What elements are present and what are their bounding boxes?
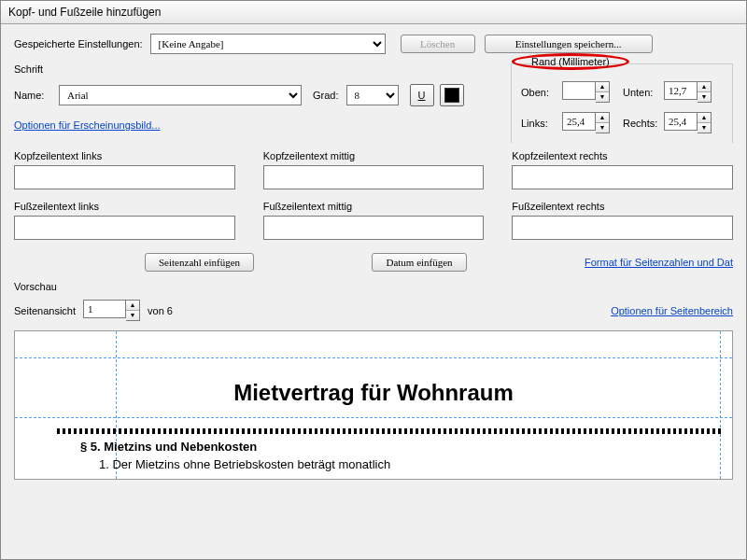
footer-right-input[interactable] xyxy=(512,216,733,240)
margin-top-spinner[interactable]: ▲▼ xyxy=(562,81,610,103)
margin-top-label: Oben: xyxy=(521,87,557,98)
margin-left-label: Links: xyxy=(521,118,557,129)
chevron-up-icon: ▲ xyxy=(596,82,609,92)
footer-center-label: Fußzeilentext mittig xyxy=(263,201,485,212)
header-center-label: Kopfzeilentext mittig xyxy=(263,150,485,161)
saved-settings-select[interactable]: [Keine Angabe] xyxy=(150,34,386,54)
font-size-label: Grad: xyxy=(313,90,339,101)
delete-button[interactable]: Löschen xyxy=(401,35,475,53)
insert-page-number-button[interactable]: Seitenzahl einfügen xyxy=(145,253,254,272)
doc-line: 1. Der Mietzins ohne Betriebskosten betr… xyxy=(99,457,721,471)
page-of-label: von 6 xyxy=(148,305,173,316)
header-right-label: Kopfzeilentext rechts xyxy=(512,150,733,161)
page-number-format-link[interactable]: Format für Seitenzahlen und Dat xyxy=(585,257,733,268)
footer-left-input[interactable] xyxy=(14,216,235,240)
footer-center-input[interactable] xyxy=(263,216,485,240)
footer-right-label: Fußzeilentext rechts xyxy=(512,201,733,212)
divider-icon xyxy=(57,428,721,434)
insert-date-button[interactable]: Datum einfügen xyxy=(372,253,466,272)
doc-section: § 5. Mietzins und Nebenkosten xyxy=(80,440,257,454)
saved-settings-label: Gespeicherte Einstellungen: xyxy=(14,38,143,49)
page-view-label: Seitenansicht xyxy=(14,305,76,316)
dialog-window: Kopf- und Fußzeile hinzufügen Gespeicher… xyxy=(0,0,747,560)
margin-left-spinner[interactable]: ▲▼ xyxy=(562,112,610,133)
color-swatch-icon xyxy=(444,88,459,103)
appearance-options-link[interactable]: Optionen für Erscheinungsbild... xyxy=(14,119,161,131)
doc-title: Mietvertrag für Wohnraum xyxy=(15,380,732,406)
font-size-select[interactable]: 8 xyxy=(346,85,399,105)
underline-button[interactable]: U xyxy=(410,84,434,106)
highlight-ellipse: Rand (Millimeter) xyxy=(512,53,629,70)
preview-pane: Mietvertrag für Wohnraum § 5. Mietzins u… xyxy=(14,330,733,480)
font-legend: Schrift xyxy=(14,63,500,75)
header-right-input[interactable] xyxy=(512,165,733,189)
page-view-spinner[interactable]: ▲▼ xyxy=(83,300,140,321)
header-center-input[interactable] xyxy=(263,165,485,189)
margins-legend: Rand (Millimeter) xyxy=(531,56,610,67)
font-color-button[interactable] xyxy=(440,84,464,106)
font-name-label: Name: xyxy=(14,90,51,101)
page-range-options-link[interactable]: Optionen für Seitenbereich xyxy=(611,305,733,316)
header-left-input[interactable] xyxy=(14,165,235,189)
margin-right-label: Rechts: xyxy=(623,118,658,129)
margin-bottom-label: Unten: xyxy=(623,87,658,98)
footer-left-label: Fußzeilentext links xyxy=(14,201,235,212)
header-left-label: Kopfzeilentext links xyxy=(14,150,235,161)
preview-legend: Vorschau xyxy=(14,281,57,292)
font-name-select[interactable]: Arial xyxy=(59,85,302,105)
titlebar: Kopf- und Fußzeile hinzufügen xyxy=(1,1,746,24)
chevron-down-icon: ▼ xyxy=(596,92,609,102)
margin-bottom-spinner[interactable]: ▲▼ xyxy=(664,81,712,103)
save-settings-button[interactable]: Einstellungen speichern... xyxy=(485,35,653,53)
margin-right-spinner[interactable]: ▲▼ xyxy=(664,112,712,133)
